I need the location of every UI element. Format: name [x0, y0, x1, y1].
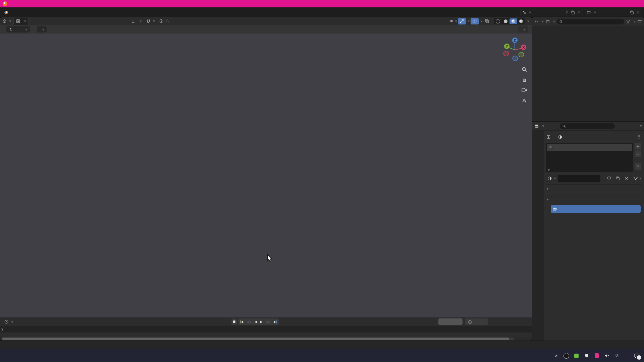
- prev-keyframe-button[interactable]: ◀◀: [245, 320, 253, 323]
- visibility-eye-icon: [449, 19, 454, 23]
- unlink-icon[interactable]: [577, 10, 581, 15]
- pin-icon[interactable]: [637, 135, 641, 139]
- play-button[interactable]: ▶: [259, 320, 264, 323]
- falloff-icon: [165, 19, 170, 23]
- editor-type-button[interactable]: ∨: [0, 18, 13, 24]
- notification-center-icon[interactable]: [633, 352, 641, 360]
- blender-app-icon: [3, 1, 7, 6]
- new-collection-icon[interactable]: [637, 19, 642, 24]
- copy-icon[interactable]: [571, 10, 575, 15]
- current-frame-field[interactable]: [438, 318, 463, 325]
- preview-panel-header[interactable]: ▸∷∷: [546, 184, 641, 192]
- orientation-icon: [131, 19, 136, 23]
- show-gizmo-dropdown[interactable]: ∨: [449, 18, 457, 24]
- fake-user-button[interactable]: [605, 175, 613, 182]
- material-slot-item[interactable]: [547, 144, 632, 151]
- remove-slot-button[interactable]: −: [635, 150, 641, 157]
- scene-selector[interactable]: ∨: [520, 9, 583, 16]
- properties-tab-strip: [532, 131, 544, 341]
- outliner-editor: ∨ ∨ ∨: [532, 17, 644, 122]
- close-button[interactable]: [631, 0, 644, 7]
- tray-shield-icon[interactable]: [584, 353, 589, 359]
- slot-specials-button[interactable]: ∨: [635, 163, 641, 170]
- properties-header: ∨ ∨: [532, 122, 644, 131]
- outliner-editor-icon[interactable]: [534, 19, 539, 24]
- viewport-nav-icons: [521, 66, 527, 104]
- timeline-ruler[interactable]: [0, 326, 532, 333]
- mode-dropdown[interactable]: ∨: [13, 17, 29, 25]
- slot-expand-arrow[interactable]: ▶: [548, 168, 550, 171]
- timeline-track[interactable]: [0, 333, 532, 337]
- material-slot-list[interactable]: ▶∷∷: [546, 143, 633, 172]
- timeline-editor: ∨ |◀ ◀◀ ◀ ▶ ▶▶ ▶| |: [0, 317, 532, 341]
- search-icon: [562, 124, 566, 128]
- right-panel: ∨ ∨ ∨ ∨ ∨: [532, 17, 644, 341]
- svg-text:Y: Y: [505, 45, 508, 48]
- shading-solid-button[interactable]: [502, 18, 509, 24]
- tray-obs-icon[interactable]: [564, 353, 569, 359]
- properties-editor: ∨ ∨: [532, 122, 644, 341]
- tray-geforce-icon[interactable]: [574, 353, 579, 359]
- display-mode-icon[interactable]: [546, 19, 550, 24]
- blender-logo-icon[interactable]: [3, 10, 9, 15]
- frame-range-fields: |: [465, 318, 488, 325]
- minimize-button[interactable]: [604, 0, 617, 7]
- jump-to-end-button[interactable]: ▶|: [272, 320, 279, 323]
- properties-editor-icon[interactable]: [534, 124, 539, 128]
- grid-ortho-icon[interactable]: [521, 98, 527, 104]
- pan-hand-icon[interactable]: [521, 77, 527, 83]
- auto-keying-button[interactable]: [231, 318, 237, 325]
- network-icon[interactable]: [614, 353, 620, 359]
- add-slot-button[interactable]: +: [635, 143, 641, 149]
- tray-pink-app-icon[interactable]: [594, 353, 599, 359]
- remove-icon[interactable]: [636, 10, 640, 15]
- next-keyframe-button[interactable]: ▶▶: [264, 320, 272, 323]
- view-layer-selector[interactable]: ∨: [585, 9, 642, 16]
- copy-icon[interactable]: [630, 10, 634, 15]
- view-layer-icon: [587, 10, 591, 15]
- use-nodes-button[interactable]: [551, 205, 641, 213]
- zoom-icon[interactable]: [521, 66, 527, 72]
- pin-icon[interactable]: [565, 10, 569, 15]
- jump-to-start-button[interactable]: |◀: [238, 320, 245, 323]
- shading-mode-group: [494, 18, 525, 24]
- xray-toggle[interactable]: [483, 18, 491, 24]
- surface-panel-header[interactable]: ▾∷∷: [546, 195, 641, 203]
- timeline-scrollbar[interactable]: [2, 338, 514, 340]
- proportional-editing-button[interactable]: [157, 18, 172, 24]
- timeline-expand-arrow[interactable]: ❯: [1, 327, 3, 331]
- camera-view-icon[interactable]: [521, 87, 527, 93]
- copy-material-button[interactable]: [614, 175, 622, 182]
- gizmos-toggle[interactable]: [458, 18, 466, 24]
- overlays-toggle[interactable]: [471, 18, 479, 24]
- viewport-canvas[interactable]: [0, 34, 532, 317]
- 3d-viewport[interactable]: Z Y X: [0, 34, 532, 317]
- navigation-gizmo[interactable]: Z Y X: [500, 36, 529, 64]
- properties-search-input[interactable]: [560, 123, 615, 129]
- tray-chevron-icon[interactable]: ∧: [553, 353, 559, 359]
- stopwatch-icon: [468, 319, 472, 324]
- orientation-dropdown[interactable]: ∨: [6, 26, 30, 33]
- timeline-editor-type-button[interactable]: ∨: [2, 319, 15, 325]
- material-users-count[interactable]: [601, 175, 604, 182]
- unlink-material-button[interactable]: [623, 175, 631, 182]
- magnet-icon: [146, 19, 151, 23]
- maximize-button[interactable]: [617, 0, 631, 7]
- material-name-field[interactable]: [558, 175, 601, 182]
- snap-dropdown[interactable]: ∨: [144, 18, 157, 24]
- filter-icon[interactable]: [626, 19, 631, 24]
- shading-material-preview-button[interactable]: [509, 18, 517, 24]
- play-reverse-button[interactable]: ◀: [253, 320, 259, 323]
- browse-material-button[interactable]: ∨: [546, 175, 557, 182]
- outliner-search-input[interactable]: [557, 19, 624, 24]
- drag-dropdown[interactable]: ∨: [37, 26, 47, 33]
- transform-orientation-dropdown[interactable]: ∨: [129, 18, 144, 24]
- shading-wireframe-button[interactable]: [494, 18, 502, 24]
- options-button[interactable]: ∨: [518, 26, 528, 33]
- outliner-header: ∨ ∨ ∨: [532, 17, 644, 26]
- breadcrumb: [546, 133, 641, 141]
- shading-rendered-button[interactable]: [517, 18, 525, 24]
- volume-muted-icon[interactable]: [604, 353, 609, 359]
- xray-icon: [485, 19, 489, 23]
- material-link-dropdown[interactable]: ∨: [633, 176, 641, 181]
